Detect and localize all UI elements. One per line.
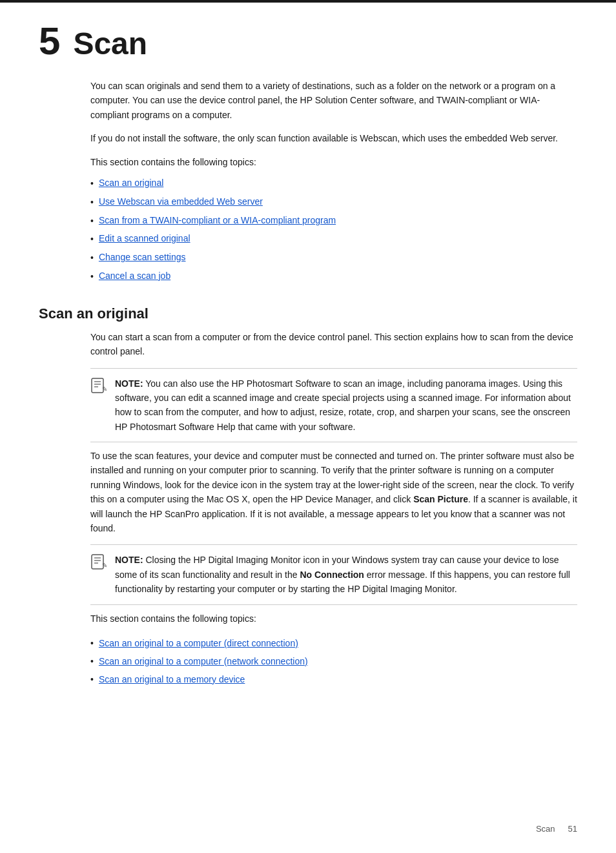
section1-paragraph2: To use the scan features, your device an… — [90, 449, 577, 535]
note-svg-icon: ✎ — [90, 377, 108, 395]
sub-section-list: Scan an original to a computer (direct c… — [90, 635, 577, 688]
list-item: Scan an original to a memory device — [90, 671, 577, 689]
page: 5 Scan You can scan originals and send t… — [0, 0, 616, 853]
topic-link-webscan[interactable]: Use Webscan via embedded Web server — [99, 194, 263, 210]
list-item: Scan an original — [90, 174, 577, 193]
list-item: Edit a scanned original — [90, 230, 577, 249]
sub-topic-link-memory[interactable]: Scan an original to a memory device — [99, 672, 245, 688]
list-item: Scan an original to a computer (network … — [90, 653, 577, 671]
note-box-2: ✎ NOTE: Closing the HP Digital Imaging M… — [90, 544, 577, 604]
list-item: Change scan settings — [90, 249, 577, 267]
list-item: Scan from a TWAIN-compliant or a WIA-com… — [90, 212, 577, 231]
sub-topic-link-direct[interactable]: Scan an original to a computer (direct c… — [99, 636, 298, 652]
chapter-title: Scan — [73, 28, 147, 59]
topics-list: This section contains the following topi… — [90, 155, 577, 286]
chapter-number: 5 — [39, 22, 60, 61]
sub-topic-link-network[interactable]: Scan an original to a computer (network … — [99, 654, 308, 670]
sub-topic-links-list: Scan an original to a computer (direct c… — [90, 635, 577, 688]
note-icon-2: ✎ — [90, 553, 108, 571]
note1-content: NOTE: You can also use the HP Photosmart… — [115, 376, 577, 435]
section1-content: You can start a scan from a computer or … — [90, 330, 577, 689]
note2-content: NOTE: Closing the HP Digital Imaging Mon… — [115, 553, 577, 596]
topic-link-cancel[interactable]: Cancel a scan job — [99, 269, 170, 284]
topic-link-edit[interactable]: Edit a scanned original — [99, 231, 190, 247]
note-svg-icon-2: ✎ — [90, 553, 108, 571]
topic-links-list: Scan an original Use Webscan via embedde… — [90, 174, 577, 286]
svg-text:✎: ✎ — [102, 562, 107, 569]
footer: Scan 51 — [0, 824, 616, 834]
section1-title: Scan an original — [39, 305, 577, 322]
footer-page-number: 51 — [568, 824, 577, 834]
intro-paragraph-1: You can scan originals and send them to … — [90, 79, 577, 122]
intro-paragraph-2: If you do not install the software, the … — [90, 131, 577, 145]
list-item: Cancel a scan job — [90, 267, 577, 286]
list-item: Use Webscan via embedded Web server — [90, 193, 577, 212]
note-box-1: ✎ NOTE: You can also use the HP Photosma… — [90, 368, 577, 443]
note2-label: NOTE: — [115, 555, 143, 565]
sub-topics-intro: This section contains the following topi… — [90, 611, 577, 626]
scan-picture-bold: Scan Picture — [413, 494, 468, 504]
topics-intro: This section contains the following topi… — [90, 155, 577, 169]
content-area: 5 Scan You can scan originals and send t… — [0, 3, 616, 727]
section1-paragraph1: You can start a scan from a computer or … — [90, 330, 577, 359]
topic-link-scan-original[interactable]: Scan an original — [99, 176, 163, 191]
note2-bold1: No Connection — [300, 570, 364, 580]
topic-link-change-settings[interactable]: Change scan settings — [99, 250, 186, 265]
chapter-header: 5 Scan — [39, 22, 577, 61]
footer-label: Scan — [536, 824, 555, 834]
note1-text: You can also use the HP Photosmart Softw… — [115, 378, 571, 432]
note1-label: NOTE: — [115, 378, 143, 389]
list-item: Scan an original to a computer (direct c… — [90, 635, 577, 653]
note-icon-1: ✎ — [90, 377, 108, 395]
topic-link-twain[interactable]: Scan from a TWAIN-compliant or a WIA-com… — [99, 213, 336, 229]
svg-text:✎: ✎ — [102, 385, 107, 393]
